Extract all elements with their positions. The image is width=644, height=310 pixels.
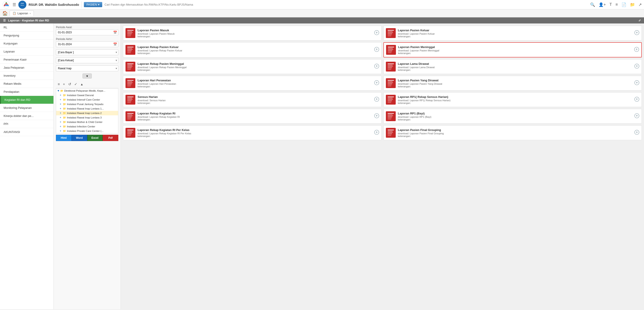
sidebar-item-layanan[interactable]: Layanan: [0, 48, 54, 56]
upload-icon-laporan-pasien-meninggal[interactable]: [634, 47, 639, 53]
tree-toggle-mother-child[interactable]: +: [60, 120, 63, 124]
card-laporan-rekap-pasien-meninggal[interactable]: Laporan Rekap Pasien Meninggal download:…: [123, 59, 382, 74]
upload-icon-laporan-rekap-pasien-meninggal[interactable]: [374, 64, 379, 70]
tree-toggle-infection[interactable]: +: [60, 125, 63, 128]
tree-item-lontara2[interactable]: + 📁 Instalasi Rawat Inap Lontara 2: [56, 111, 118, 115]
card-laporan-rekap-pasien-keluar[interactable]: Laporan Rekap Pasien Keluar download: La…: [123, 42, 382, 57]
tree-item-lontara3[interactable]: + 📁 Instalasi Rawat Inap Lontara 3: [56, 115, 118, 120]
upload-icon-laporan-rp1-rekap-sensus-harian[interactable]: [634, 97, 639, 103]
tree-item-ipjt[interactable]: + 📁 Instalasi Pusat Jantung Terpadu: [56, 102, 118, 106]
document-icon[interactable]: 📄: [622, 2, 626, 7]
sidebar-item-kunjungan[interactable]: Kunjungan: [0, 39, 54, 48]
upload-icon-laporan-pasien-final-grouping[interactable]: [634, 130, 639, 136]
tree-item-icc[interactable]: + 📁 Instalasi Intensif Care Center: [56, 97, 118, 102]
svg-rect-56: [127, 80, 134, 81]
tree-list-view-button[interactable]: ≡: [57, 82, 60, 87]
tree-toggle-lontara3[interactable]: +: [60, 116, 63, 119]
card-laporan-rekap-kegiatan-ri-per-kelas[interactable]: Laporan Rekap Kegiatan RI Per Kelas down…: [123, 125, 382, 140]
cara-keluar-select[interactable]: [Cara Keluar]: [56, 57, 118, 63]
card-laporan-pasien-yang-dirawat[interactable]: Laporan Pasien Yang Dirawat download: La…: [384, 76, 642, 90]
svg-rect-64: [388, 80, 394, 81]
folder-icon[interactable]: 📁: [630, 2, 635, 7]
tree-refresh-button[interactable]: ↺: [67, 82, 72, 87]
html-button[interactable]: Html: [56, 135, 72, 141]
svg-rect-44: [127, 68, 131, 69]
search-icon[interactable]: 🔍: [590, 2, 595, 7]
sidebar-item-jasa-pelayanan[interactable]: Jasa Pelayanan: [0, 64, 54, 72]
word-button[interactable]: Word: [72, 135, 87, 141]
card-laporan-pasien-keluar[interactable]: Laporan Pasien Keluar download: Laporan …: [384, 26, 642, 40]
section-menu-icon[interactable]: ☰: [3, 19, 6, 22]
upload-icon-laporan-pasien-yang-dirawat[interactable]: [634, 80, 639, 86]
upload-icon-laporan-pasien-keluar[interactable]: [634, 30, 639, 36]
text-icon[interactable]: T: [609, 2, 612, 7]
tree-item-igdl[interactable]: + 📁 Instalasi Gawat Darurat: [56, 93, 118, 97]
card-laporan-hari-perawatan[interactable]: Laporan Hari Perawatan download: Laporan…: [123, 76, 382, 90]
tree-toggle-lontara2[interactable]: +: [60, 111, 63, 115]
tree-item-infection[interactable]: + 📁 Instalasi Infection Center: [56, 124, 118, 129]
tree-up-button[interactable]: ▲: [80, 82, 84, 86]
card-laporan-pasien-masuk[interactable]: Laporan Pasien Masuk download: Laporan P…: [123, 26, 382, 40]
upload-icon-laporan-hari-perawatan[interactable]: [374, 80, 379, 86]
sidebar-item-kegiatan-ri-rd[interactable]: Kegiatan RI dan RD: [0, 96, 54, 104]
cara-bayar-select[interactable]: [Cara Bayar ]: [56, 49, 118, 55]
card-laporan-lama-dirawat[interactable]: Laporan Lama Dirawat download: Laporan L…: [384, 59, 642, 74]
upload-icon-laporan-rp1-bayi[interactable]: [634, 113, 639, 119]
tree-item-direktorat[interactable]: ▼ 📁 Direktorat Pelayanan Medik, Kepe...: [56, 88, 118, 93]
pdf-button[interactable]: Pdf: [103, 135, 118, 141]
sidebar-item-rekam-medis[interactable]: Rekam Medis: [0, 80, 54, 88]
sidebar-item-rl[interactable]: RL: [0, 23, 54, 31]
upload-icon-laporan-rekap-pasien-keluar[interactable]: [374, 47, 379, 53]
periode-akhir-input[interactable]: [56, 41, 118, 47]
sidebar-item-pendapatan[interactable]: Pendapatan: [0, 88, 54, 96]
home-icon[interactable]: 🏠: [2, 10, 8, 16]
upload-icon-sensus-harian[interactable]: [374, 97, 379, 103]
sidebar-item-monitoring[interactable]: Monitoring Pelayanan: [0, 104, 54, 112]
add-user-icon[interactable]: 👤+: [598, 2, 606, 7]
expand-icon[interactable]: ⤢: [638, 19, 641, 22]
upload-icon-laporan-pasien-masuk[interactable]: [374, 30, 379, 36]
tree-check-button[interactable]: ✓: [73, 82, 78, 87]
search-input[interactable]: [104, 3, 588, 6]
card-download-laporan-rekap-kegiatan-ri: download: Laporan Rekap Kegiatan RI: [138, 116, 372, 118]
tree-toggle-ipjt[interactable]: +: [60, 103, 63, 106]
menu-icon[interactable]: ☰: [12, 2, 16, 7]
svg-rect-45: [127, 69, 131, 70]
upload-icon-laporan-lama-dirawat[interactable]: [634, 64, 639, 70]
sidebar-item-inventory[interactable]: Inventory: [0, 72, 54, 80]
sidebar-item-ppi[interactable]: PPI: [0, 120, 54, 128]
tree-toggle-private[interactable]: +: [60, 129, 63, 133]
card-laporan-rp1-rekap-sensus-harian[interactable]: Laporan RP1( Rekap Sensus Harian) downlo…: [384, 92, 642, 107]
card-laporan-pasien-meninggal[interactable]: Laporan Pasien Meninggal download: Lapor…: [384, 42, 642, 57]
tree-add-button[interactable]: +: [62, 82, 66, 87]
card-laporan-rp1-bayi[interactable]: Laporan RP1 (Bayi) download: Laporan RP1…: [384, 109, 642, 124]
laporan-tab[interactable]: 📋 Laporan ×: [10, 10, 34, 16]
card-laporan-rekap-kegiatan-ri[interactable]: Laporan Rekap Kegiatan RI download: Lapo…: [123, 109, 382, 124]
sidebar-item-pengunjung[interactable]: Pengunjung: [0, 31, 54, 39]
card-sensus-harian[interactable]: Sensus Harian download: Sensus Harian ke…: [123, 92, 382, 107]
tree-item-private[interactable]: + 📁 Instalasi Private Care Center (...: [56, 129, 118, 133]
tree-toggle-lontara1[interactable]: +: [60, 107, 63, 110]
tree-item-lontara1[interactable]: + 📁 Instalasi Rawat Inap Lontara 1...: [56, 106, 118, 111]
sidebar-item-penerimaan-kasir[interactable]: Penerimaan Kasir: [0, 56, 54, 64]
tree-item-mother-child[interactable]: + 📁 Instalasi Mother & Child Center: [56, 120, 118, 124]
rawat-inap-select[interactable]: Rawat Inap: [56, 65, 118, 71]
expand-filter-button[interactable]: ▾: [82, 73, 92, 78]
excel-button[interactable]: Excel: [87, 135, 103, 141]
upload-icon-laporan-rekap-kegiatan-ri-per-kelas[interactable]: [374, 130, 379, 136]
card-laporan-pasien-final-grouping[interactable]: Laporan Pasien Final Grouping download: …: [384, 125, 642, 140]
periode-awal-input[interactable]: [56, 29, 118, 35]
calendar-icon-awal[interactable]: 📅: [113, 31, 117, 34]
list-icon[interactable]: ≡: [615, 2, 618, 7]
tree-toggle-icc[interactable]: +: [60, 98, 63, 101]
tree-toggle-icon[interactable]: ▼: [57, 89, 60, 92]
upload-icon-laporan-rekap-kegiatan-ri[interactable]: [374, 113, 379, 119]
tab-close-button[interactable]: ×: [30, 12, 31, 15]
svg-rect-65: [388, 81, 392, 82]
tree-toggle-igd[interactable]: +: [60, 94, 63, 97]
sidebar-item-kinerja[interactable]: Kinerja dokter dan pe...: [0, 112, 54, 120]
sidebar-item-akuntansi[interactable]: AKUNTANSI: [0, 128, 54, 136]
calendar-icon-akhir[interactable]: 📅: [113, 42, 117, 46]
pasien-button[interactable]: PASIEN ▾: [84, 2, 102, 7]
export-icon[interactable]: ↗: [638, 2, 642, 7]
